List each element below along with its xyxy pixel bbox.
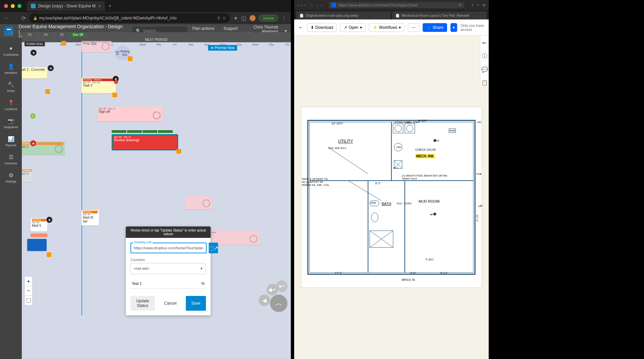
countries-select[interactable]: <not set> ▾	[130, 263, 206, 274]
test-input[interactable]: Test 1 %	[130, 279, 206, 289]
task-orange-small[interactable]	[31, 234, 47, 237]
task-review-drawings[interactable]: Dec 09 - Dec 12 Review drawings	[112, 134, 178, 150]
revise-ticket-modal: Revise ticket or tap "Update Status" to …	[126, 226, 211, 315]
right-url-bar[interactable]: https://www.dropbox.com/home/Touchplan?p…	[329, 2, 464, 8]
panel-icon[interactable]: ◫	[241, 15, 246, 21]
sidebar-item-locations[interactable]: 📍Locations	[0, 96, 22, 114]
check-icon	[102, 42, 110, 50]
task-signoff[interactable]: Dec 08 - Dec 11 Sign off	[97, 107, 163, 121]
update-status-button[interactable]: Update Status	[130, 296, 155, 311]
task-att3[interactable]: Building North att 3	[22, 142, 65, 155]
more-button[interactable]: ⋯	[408, 23, 419, 32]
reload-icon[interactable]: ⟳	[459, 3, 462, 7]
task-prep-site[interactable]: Prep Site	[82, 41, 112, 52]
minimize-window-button[interactable]	[11, 4, 15, 8]
cancel-button[interactable]: Cancel	[158, 296, 183, 311]
drawing-link-input[interactable]: https://www.dropbox.com/home/Touchplan	[130, 243, 207, 253]
bp-san-label: SAN. SUMP	[407, 121, 420, 123]
fab-main[interactable]: ︿	[270, 295, 287, 312]
sidebar-item-constraints[interactable]: ●Constraints	[0, 42, 22, 60]
download-button[interactable]: ⬇ Download	[307, 23, 337, 32]
zoom-in-button[interactable]: +	[25, 277, 32, 286]
share-icon[interactable]: ⇧	[217, 16, 220, 20]
warning-icon	[47, 252, 51, 257]
fab-2[interactable]: ●+	[276, 280, 287, 292]
bp-bath-label: BATH	[382, 202, 391, 206]
collapse-icon[interactable]: ⇤	[482, 40, 487, 46]
bp-of-label: OF-1	[393, 167, 398, 169]
task-pink-block[interactable]	[185, 196, 212, 209]
new-tab-icon[interactable]: +	[477, 3, 479, 7]
sidebar-item-reports[interactable]: 📊Reports	[0, 132, 22, 150]
touchplan-favicon-icon	[31, 4, 36, 8]
new-tab-button[interactable]: +	[108, 3, 111, 9]
bp-xs3-label: XS3, SEE A3.0	[328, 147, 346, 150]
activity-icon[interactable]: 📋	[481, 80, 488, 86]
zoom-fit-button[interactable]: ⬚	[25, 296, 32, 305]
sidebar-item-snapshots[interactable]: 📷Snapshots	[0, 114, 22, 132]
sidebar-item-members[interactable]: 👤Members	[0, 60, 22, 78]
sidebar-item-overview[interactable]: ☰Overview	[0, 150, 22, 168]
menu-icon[interactable]: ⋮	[281, 15, 287, 21]
avatar-icon[interactable]	[250, 15, 256, 21]
workflows-dropdown[interactable]: ⚡ Workflows ▾	[369, 23, 405, 32]
close-tab-icon[interactable]: ×	[98, 3, 101, 9]
svg-point-15	[371, 213, 378, 222]
touchplan-logo-icon[interactable]	[4, 26, 13, 36]
browser-tab-active[interactable]: Design (copy) - Dover Equine M ×	[27, 1, 105, 11]
back-arrow-button[interactable]: ←	[298, 24, 304, 31]
share-icon[interactable]: ⇧	[471, 3, 474, 7]
right-tab-2[interactable]: 📄 Mechanical Room Layout | Two Flat: Rem…	[392, 11, 487, 19]
maximize-window-button[interactable]	[17, 4, 21, 8]
share-button[interactable]: 👤 Share	[423, 23, 447, 32]
task-blue-block[interactable]	[27, 239, 47, 251]
open-link-button[interactable]: ⬚↗	[209, 243, 218, 253]
svg-point-7	[395, 125, 401, 132]
circle-icon: ●	[8, 45, 14, 52]
forward-button[interactable]: →	[13, 15, 18, 21]
info-icon[interactable]: ⓘ	[482, 53, 487, 60]
right-side-rail: ⇤ ⓘ 💬 📋	[480, 36, 489, 86]
share-dropdown[interactable]: ▾	[450, 23, 457, 32]
update-button[interactable]: Update	[259, 15, 278, 21]
close-window-button[interactable]	[4, 4, 8, 8]
save-button[interactable]: Save	[186, 296, 206, 311]
bp-dim-5: 3'-0"	[410, 271, 416, 275]
star-icon[interactable]: ☆	[222, 16, 226, 20]
extensions-icon[interactable]: ✦	[233, 15, 238, 21]
bp-checkvalve-label: CHECK VALVE	[415, 148, 436, 151]
sidebar-item-roles[interactable]: 🔨Roles	[0, 78, 22, 96]
zoom-controls: + − ⬚	[24, 276, 33, 305]
camera-icon: 📷	[8, 117, 14, 124]
bp-vb-label: VB36	[370, 202, 376, 204]
dropbox-toolbar: ← ⬇ Download ↗ Open ▾ ⚡ Workflows ▾ ⋯ 👤 …	[294, 19, 489, 36]
tabs-icon[interactable]: ⧉	[483, 3, 485, 7]
bp-dim-3: 3'-1"	[375, 182, 381, 185]
task-matt5[interactable]: Building North Dec 04 Matt 5	[31, 218, 47, 232]
plan-canvas[interactable]: 03 04 05 Dec 06 NEXT PERIOD Sat Sun Mon …	[22, 32, 291, 359]
sidebar-toggle-icon[interactable]: ⬚	[310, 3, 313, 7]
reload-button[interactable]: ⟳	[21, 15, 26, 21]
green-bars	[112, 130, 173, 133]
warning-icon	[128, 56, 132, 61]
zoom-out-button[interactable]: −	[25, 286, 32, 296]
form-sog-tooltip: FORM SOG	[24, 42, 45, 46]
sidebar-item-settings[interactable]: ⚙Settings	[0, 168, 22, 187]
task-concrete[interactable]: att 2 - Concrete	[22, 67, 47, 79]
back-button[interactable]: ←	[4, 15, 9, 21]
right-tab-1[interactable]: 📄 Original-mech-room-plan.png.webp	[296, 11, 391, 19]
open-dropdown[interactable]: ↗ Open ▾	[340, 23, 365, 32]
url-bar[interactable]: 🔒 my.touchplan.io/#!/plan/-MOqmbyACJsSvQ…	[29, 13, 230, 23]
task-att4[interactable]: Building North att 4	[22, 168, 33, 182]
forward-icon[interactable]: ›	[321, 3, 322, 7]
comment-icon[interactable]: 💬	[481, 66, 488, 73]
promise-now-button[interactable]: ★ Promise Now	[208, 45, 237, 51]
fab-3[interactable]: ◀	[259, 295, 270, 306]
access-label: Only you have access	[461, 23, 485, 32]
task-matt6f[interactable]: Building North Dec 07 Matt 6f bar	[82, 210, 99, 225]
back-icon[interactable]: ‹	[316, 3, 318, 7]
task-task2[interactable]: Building · Historic Dec 07 - Dec 08 Task…	[82, 78, 116, 93]
dropbox-favicon-icon	[331, 3, 336, 7]
blueprint-viewer[interactable]: UTILITY MECH. RM. CHECK VALVE BATH MUD R…	[294, 36, 489, 359]
pin-icon: ★	[48, 65, 54, 71]
